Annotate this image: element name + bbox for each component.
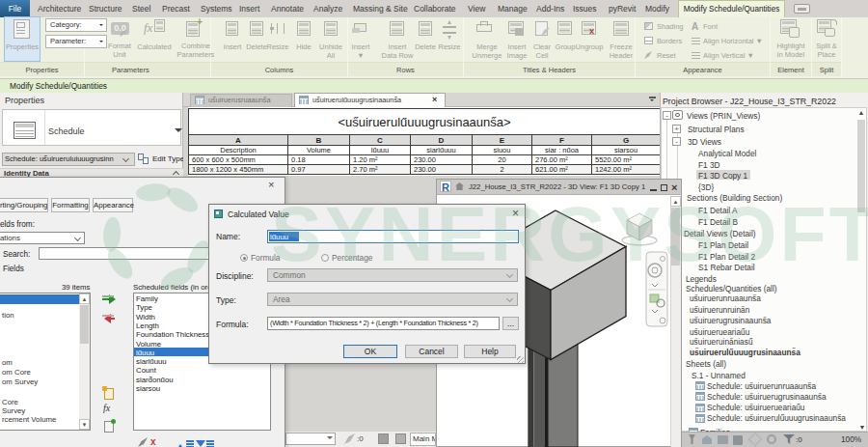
svg-text:SYNERGYSOFT: SYNERGYSOFT — [271, 191, 868, 277]
